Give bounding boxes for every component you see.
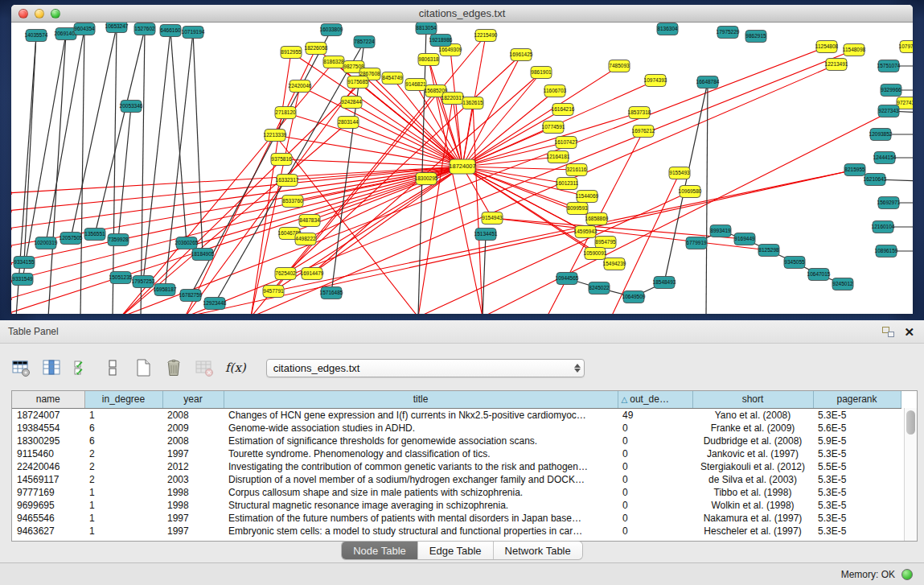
table-cell-in_degree[interactable]: 1 bbox=[84, 525, 162, 538]
graph-node[interactable]: 17957253 bbox=[132, 276, 155, 288]
table-cell-short[interactable]: Jankovic et al. (1997) bbox=[692, 447, 813, 460]
function-icon[interactable]: f(x) bbox=[225, 360, 246, 375]
graph-node[interactable]: 11544069 bbox=[576, 191, 599, 203]
graph-node[interactable]: 16961425 bbox=[510, 49, 533, 61]
network-window[interactable]: citations_edges.txt 18724007122154901696… bbox=[11, 5, 913, 314]
graph-node[interactable]: 9169449 bbox=[734, 233, 755, 245]
graph-node[interactable]: 12213491 bbox=[825, 59, 848, 71]
table-cell-name[interactable]: 14569117 bbox=[12, 473, 84, 486]
graph-node[interactable]: 2718120 bbox=[275, 107, 296, 119]
table-row[interactable]: 969969511998Structural magnetic resonanc… bbox=[12, 499, 901, 512]
graph-node[interactable]: 16858869 bbox=[585, 213, 609, 225]
table-cell-name[interactable]: 9463627 bbox=[12, 525, 84, 538]
graph-node[interactable]: 10719194 bbox=[182, 27, 205, 39]
table-cell-name[interactable]: 9777169 bbox=[12, 486, 84, 499]
table-cell-pagerank[interactable]: 5.3E-5 bbox=[813, 408, 901, 422]
graph-node[interactable]: 18548493 bbox=[653, 277, 676, 289]
table-cell-title[interactable]: Estimation of significance thresholds fo… bbox=[224, 435, 618, 447]
table-column-icon[interactable] bbox=[40, 357, 62, 379]
tab-network-table[interactable]: Network Table bbox=[493, 542, 582, 559]
zoom-window-icon[interactable] bbox=[51, 9, 60, 19]
graph-node[interactable]: 20053346 bbox=[120, 101, 143, 113]
table-cell-title[interactable]: Investigating the contribution of common… bbox=[224, 460, 618, 473]
graph-node[interactable]: 7485093 bbox=[609, 60, 630, 72]
table-cell-short[interactable]: Franke et al. (2009) bbox=[692, 422, 813, 435]
table-cell-year[interactable]: 1997 bbox=[162, 525, 224, 538]
table-cell-title[interactable]: Changes of HCN gene expression and I(f) … bbox=[224, 408, 618, 422]
table-cell-name[interactable]: 9699695 bbox=[12, 499, 84, 512]
graph-node[interactable]: 18537318 bbox=[628, 107, 651, 119]
table-cell-pagerank[interactable]: 5.3E-5 bbox=[813, 447, 901, 460]
trash-icon[interactable] bbox=[162, 357, 184, 379]
table-selector-dropdown[interactable]: citations_edges.txt bbox=[266, 359, 585, 377]
table-cell-title[interactable]: Disruption of a novel member of a sodium… bbox=[224, 473, 618, 486]
table-cell-title[interactable]: Corpus callosum shape and size in male p… bbox=[224, 486, 618, 499]
table-cell-year[interactable]: 1998 bbox=[162, 486, 224, 499]
table-cell-in_degree[interactable]: 1 bbox=[84, 512, 162, 525]
graph-node[interactable]: 16164216 bbox=[552, 104, 575, 116]
graph-node[interactable]: 10896159 bbox=[875, 245, 898, 257]
table-cell-pagerank[interactable]: 5.6E-5 bbox=[813, 422, 901, 435]
graph-node[interactable]: 12164181 bbox=[547, 151, 570, 163]
graph-node[interactable]: 16914479 bbox=[301, 268, 324, 280]
table-cell-out_degree[interactable]: 0 bbox=[618, 473, 692, 486]
graph-node[interactable]: 1356551 bbox=[84, 229, 105, 241]
graph-node[interactable]: 15134451 bbox=[474, 229, 498, 241]
graph-node[interactable]: 12057505 bbox=[60, 233, 83, 245]
graph-node[interactable]: 15494239 bbox=[603, 258, 626, 270]
graph-node[interactable]: 8136304 bbox=[657, 23, 678, 35]
graph-node[interactable]: 16012311 bbox=[556, 178, 579, 190]
graph-node[interactable]: 8245022 bbox=[589, 282, 610, 295]
graph-node[interactable]: 12923448 bbox=[203, 298, 227, 310]
graph-node[interactable]: 12160104 bbox=[872, 221, 895, 233]
graph-node[interactable]: 10774591 bbox=[542, 122, 565, 134]
graph-node[interactable]: 9155493 bbox=[669, 167, 690, 179]
graph-node[interactable]: 8813054 bbox=[416, 23, 437, 35]
graph-node[interactable]: 16107427 bbox=[555, 137, 578, 149]
graph-node[interactable]: 6466160 bbox=[160, 25, 181, 37]
graph-node[interactable]: 9227343 bbox=[878, 105, 899, 117]
table-cell-title[interactable]: Estimation of the future numbers of pati… bbox=[224, 512, 618, 525]
graph-node[interactable]: 9375816 bbox=[271, 154, 292, 166]
table-cell-name[interactable]: 19384554 bbox=[12, 422, 84, 435]
table-cell-out_degree[interactable]: 49 bbox=[618, 408, 692, 422]
close-window-icon[interactable] bbox=[18, 9, 28, 19]
table-cell-pagerank[interactable]: 5.3E-5 bbox=[813, 473, 901, 486]
table-cell-short[interactable]: Tibbo et al. (1998) bbox=[692, 486, 813, 499]
graph-node[interactable]: 8125298 bbox=[758, 245, 779, 257]
graph-node[interactable]: 10653247 bbox=[105, 23, 129, 33]
graph-node[interactable]: 10200319 bbox=[35, 237, 58, 249]
graph-node[interactable]: 8487834 bbox=[299, 215, 320, 227]
table-cell-name[interactable]: 18300295 bbox=[12, 435, 84, 447]
table-row[interactable]: 1938455462009Genome-wide association stu… bbox=[12, 422, 901, 435]
table-cell-name[interactable]: 22420046 bbox=[12, 460, 84, 473]
graph-node[interactable]: 8533760 bbox=[282, 196, 303, 208]
graph-node[interactable]: 9242844 bbox=[341, 97, 362, 109]
graph-node[interactable]: 15716485 bbox=[320, 287, 343, 299]
graph-node[interactable]: 20360265 bbox=[175, 237, 199, 249]
table-row[interactable]: 1872400712008Changes of HCN gene express… bbox=[12, 408, 901, 422]
graph-node[interactable]: 16210643 bbox=[864, 174, 887, 186]
graph-node[interactable]: 19218986 bbox=[429, 35, 453, 47]
tab-node-table[interactable]: Node Table bbox=[342, 542, 417, 559]
graph-node[interactable]: 18220317 bbox=[441, 93, 465, 105]
graph-node[interactable]: 12215490 bbox=[474, 30, 498, 42]
table-cell-title[interactable]: Tourette syndrome. Phenomenology and cla… bbox=[224, 447, 618, 460]
graph-node[interactable]: 10944565 bbox=[556, 273, 579, 285]
table-cell-in_degree[interactable]: 1 bbox=[84, 499, 162, 512]
graph-node[interactable]: 16782759 bbox=[179, 290, 203, 302]
graph-node[interactable]: 12444154 bbox=[873, 152, 897, 164]
graph-node[interactable]: 14595943 bbox=[574, 226, 598, 238]
graph-node[interactable]: 14035574 bbox=[25, 30, 48, 42]
graph-node[interactable]: 15751074 bbox=[877, 60, 901, 72]
graph-node[interactable]: 9146821 bbox=[405, 79, 426, 91]
new-document-icon[interactable] bbox=[132, 357, 154, 379]
table-row[interactable]: 911546021997Tourette syndrome. Phenomeno… bbox=[12, 447, 901, 460]
table-cell-short[interactable]: Wolkin et al. (1998) bbox=[692, 499, 813, 512]
table-cell-in_degree[interactable]: 2 bbox=[84, 473, 162, 486]
table-cell-pagerank[interactable]: 5.3E-5 bbox=[813, 512, 901, 525]
graph-node[interactable]: 9175685 bbox=[347, 76, 368, 89]
graph-node[interactable]: 9245012 bbox=[832, 278, 853, 290]
column-header-out_degree[interactable]: △out_de… bbox=[618, 391, 692, 408]
graph-node[interactable]: 9334155 bbox=[14, 257, 35, 269]
